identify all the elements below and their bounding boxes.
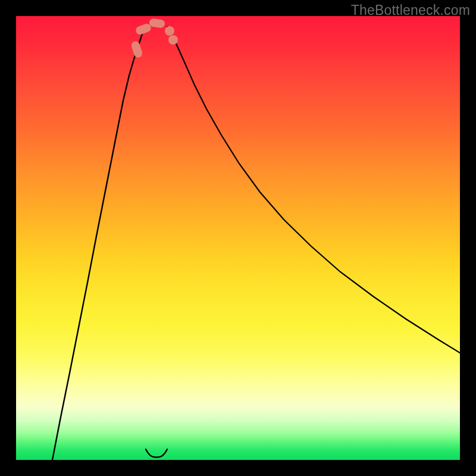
data-markers [130, 18, 178, 58]
data-marker [168, 35, 178, 45]
data-marker [130, 40, 143, 59]
data-marker [149, 18, 165, 28]
chart-frame: TheBottleneck.com [0, 0, 476, 476]
bottleneck-curve-right [167, 27, 460, 353]
data-marker [165, 26, 174, 36]
watermark-text: TheBottleneck.com [351, 2, 470, 18]
curve-svg [16, 16, 460, 460]
bottleneck-curve-valley [146, 449, 167, 458]
bottleneck-curve-left [52, 27, 146, 460]
data-marker [134, 23, 152, 36]
plot-area [16, 16, 460, 460]
